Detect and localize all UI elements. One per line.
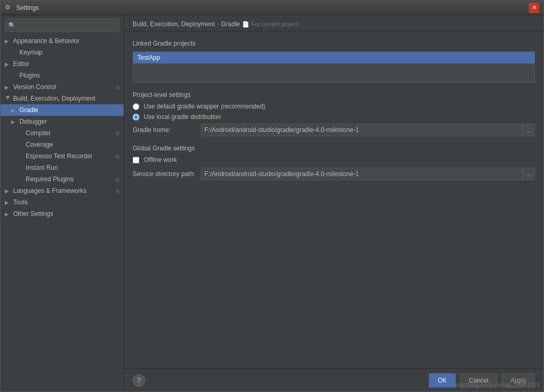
gradle-home-input[interactable] — [201, 124, 523, 136]
sidebar-item-other-settings[interactable]: ▶Other Settings — [1, 208, 124, 220]
sidebar-item-tools[interactable]: ▶Tools — [1, 197, 124, 208]
sidebar-item-gradle[interactable]: ▶Gradle⊞ — [1, 104, 124, 116]
sidebar-item-label: Compiler — [26, 129, 51, 137]
sidebar-item-editor[interactable]: ▶Editor — [1, 58, 124, 70]
sidebar-item-label: Coverage — [26, 141, 53, 148]
radio-default-label[interactable]: Use default gradle wrapper (recommended) — [144, 103, 265, 110]
radio-local-wrapper: Use local gradle distribution — [133, 113, 535, 121]
arrow-icon: ▶ — [5, 95, 11, 102]
sidebar-item-appearance[interactable]: ▶Appearance & Behavior — [1, 35, 124, 47]
settings-window: ⚙ Settings ✕ 🔍 ▶Appearance & BehaviorKey… — [0, 0, 544, 392]
linked-projects-list[interactable]: TestApp — [133, 51, 535, 83]
help-button[interactable]: ? — [133, 374, 145, 387]
title-bar: ⚙ Settings ✕ — [1, 1, 543, 15]
sidebar-item-label: Plugins — [19, 72, 40, 79]
sidebar-items: ▶Appearance & BehaviorKeymap▶EditorPlugi… — [1, 35, 124, 220]
copy-icon: ⊞ — [115, 107, 119, 113]
radio-local[interactable] — [133, 114, 139, 121]
copy-icon: ⊞ — [115, 177, 119, 182]
breadcrumb-part1: Build, Execution, Deployment — [133, 20, 215, 28]
sidebar-item-label: Languages & Frameworks — [13, 187, 86, 194]
gradle-home-label: Gradle home: — [133, 126, 201, 134]
breadcrumb-part2: Gradle — [221, 20, 240, 28]
global-gradle-label: Global Gradle settings — [133, 145, 535, 152]
search-input[interactable] — [18, 21, 116, 29]
project-level-label: Project-level settings — [133, 91, 535, 99]
sidebar-item-label: Editor — [13, 60, 29, 68]
watermark: http://blog.esdn.net/qq_26841579 — [454, 382, 540, 388]
sidebar-item-languages[interactable]: ▶Languages & Frameworks⊞ — [1, 185, 124, 197]
right-panel: Build, Execution, Deployment › Gradle 📄 … — [124, 15, 543, 391]
sidebar-item-plugins[interactable]: Plugins — [1, 70, 124, 81]
sidebar-item-label: Build, Execution, Deployment — [13, 95, 95, 102]
sidebar-item-instant-run[interactable]: Instant Run — [1, 162, 124, 173]
sidebar-item-label: Tools — [13, 199, 28, 206]
copy-icon: ⊞ — [115, 154, 119, 159]
sidebar-item-label: Version Control — [13, 83, 56, 91]
arrow-icon: ▶ — [11, 119, 17, 125]
offline-work-label[interactable]: Offline work — [144, 156, 177, 164]
copy-icon: ⊞ — [115, 130, 119, 136]
gradle-home-row: Gradle home: ... — [133, 124, 535, 136]
sidebar-item-label: Required Plugins — [26, 176, 73, 183]
footer: ? OK Cancel Apply — [124, 368, 543, 391]
service-dir-label: Service directory path: — [133, 170, 201, 178]
sidebar-item-coverage[interactable]: Coverage — [1, 139, 124, 150]
window-title: Settings — [16, 4, 529, 12]
sidebar-item-label: Appearance & Behavior — [13, 37, 80, 45]
close-button[interactable]: ✕ — [529, 3, 539, 13]
breadcrumb-note-text: For current project — [252, 21, 299, 27]
sidebar-item-label: Keymap — [19, 49, 42, 56]
service-dir-row: Service directory path: ... — [133, 168, 535, 180]
arrow-icon: ▶ — [5, 84, 11, 90]
sidebar-item-version-control[interactable]: ▶Version Control⊞ — [1, 81, 124, 93]
arrow-icon: ▶ — [5, 61, 11, 67]
sidebar-item-compiler[interactable]: Compiler⊞ — [1, 127, 124, 139]
sidebar-item-label: Other Settings — [13, 210, 53, 217]
sidebar-item-label: Debugger — [19, 118, 47, 125]
offline-work-checkbox[interactable] — [133, 157, 139, 164]
arrow-icon: ▶ — [5, 38, 11, 44]
linked-project-item[interactable]: TestApp — [133, 52, 535, 63]
arrow-icon: ▶ — [11, 107, 17, 113]
sidebar-item-label: Instant Run — [26, 164, 58, 171]
search-icon: 🔍 — [8, 22, 16, 29]
copy-icon: ⊞ — [115, 188, 119, 194]
arrow-icon: ▶ — [5, 200, 11, 205]
offline-work-row: Offline work — [133, 156, 535, 164]
service-dir-input[interactable] — [201, 168, 523, 180]
breadcrumb: Build, Execution, Deployment › Gradle 📄 … — [124, 15, 543, 31]
sidebar-item-label: Gradle — [19, 106, 38, 114]
main-content: 🔍 ▶Appearance & BehaviorKeymap▶EditorPlu… — [1, 15, 543, 391]
sidebar-item-debugger[interactable]: ▶Debugger — [1, 116, 124, 127]
search-box: 🔍 — [5, 18, 119, 32]
sidebar-item-required-plugins[interactable]: Required Plugins⊞ — [1, 173, 124, 185]
breadcrumb-note: 📄 For current project — [242, 21, 299, 28]
radio-local-label[interactable]: Use local gradle distribution — [144, 113, 221, 121]
arrow-icon: ▶ — [5, 188, 11, 194]
copy-icon: ⊞ — [115, 84, 119, 90]
service-dir-browse-button[interactable]: ... — [523, 168, 535, 180]
sidebar-item-espresso[interactable]: Espresso Test Recorder⊞ — [1, 150, 124, 162]
footer-left: ? — [133, 374, 145, 387]
radio-default[interactable] — [133, 103, 139, 110]
sidebar: 🔍 ▶Appearance & BehaviorKeymap▶EditorPlu… — [1, 15, 124, 391]
radio-default-wrapper: Use default gradle wrapper (recommended) — [133, 103, 535, 110]
linked-projects-label: Linked Gradle projects — [133, 40, 535, 47]
breadcrumb-separator: › — [217, 20, 219, 28]
gradle-home-browse-button[interactable]: ... — [523, 124, 535, 136]
arrow-icon: ▶ — [5, 211, 11, 217]
ok-button[interactable]: OK — [429, 373, 455, 388]
sidebar-item-label: Espresso Test Recorder — [26, 153, 93, 160]
app-icon: ⚙ — [5, 4, 13, 12]
panel-body: Linked Gradle projects TestApp Project-l… — [124, 31, 543, 368]
sidebar-item-keymap[interactable]: Keymap — [1, 47, 124, 58]
sidebar-item-build-exec[interactable]: ▶Build, Execution, Deployment — [1, 93, 124, 104]
breadcrumb-note-icon: 📄 — [242, 21, 249, 28]
